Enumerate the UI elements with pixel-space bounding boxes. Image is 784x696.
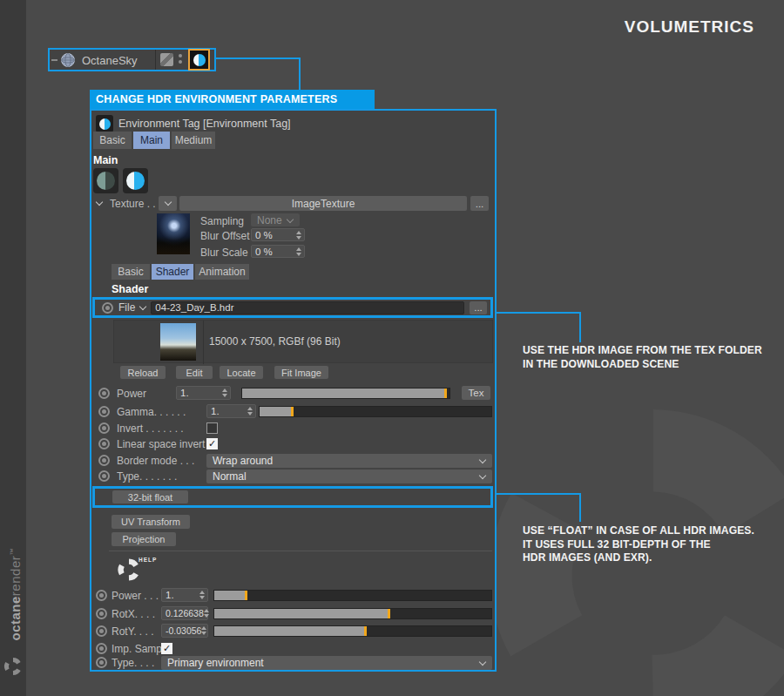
daylight-environment-icon [97,172,115,190]
env-type-radio[interactable] [96,657,107,668]
border-mode-value: Wrap around [213,455,273,467]
texture-more-button[interactable]: ... [470,196,489,211]
env-power-field[interactable]: 1. [161,588,208,602]
power-label: Power [117,388,146,400]
divider [109,551,492,551]
type-radio[interactable] [98,470,110,482]
blur-scale-field[interactable]: 0 % [251,245,305,258]
environment-tag-panel: Environment Tag [Environment Tag] Basic … [90,109,497,672]
annotation-float: USE “FLOAT” IN CASE OF ALL HDR IMAGES. I… [523,524,754,564]
panel-title: Environment Tag [Environment Tag] [118,118,291,130]
border-mode-dropdown[interactable]: Wrap around [206,454,492,468]
tree-connector [51,59,57,61]
image-info-text: 15000 x 7500, RGBf (96 Bit) [209,335,341,348]
sampling-dropdown[interactable]: None [251,213,300,226]
subtab-animation[interactable]: Animation [195,264,249,280]
power-tex-button[interactable]: Tex [462,386,490,400]
stepper-icon[interactable] [204,609,209,618]
subtab-basic[interactable]: Basic [112,264,150,280]
border-mode-radio[interactable] [98,455,110,466]
object-name[interactable]: OctaneSky [82,54,138,67]
env-type-dropdown[interactable]: Primary environment [161,656,492,670]
projection-button[interactable]: Projection [112,532,176,546]
locate-button[interactable]: Locate [220,366,263,379]
env-power-slider[interactable] [213,590,492,601]
bit-float-button[interactable]: 32-bit float [112,490,188,503]
chevron-down-icon[interactable] [139,302,146,309]
connector-line [497,312,581,314]
imp-samp-radio[interactable] [96,643,107,654]
screenshot-root: octanerender™ VOLUMETRICS OctaneSky CHAN… [0,0,784,696]
connector-line [579,493,581,522]
texture-value-button[interactable]: ImageTexture [179,196,467,211]
daylight-environment-button[interactable] [93,168,118,193]
roty-field[interactable]: -0.03056 [161,624,208,638]
hdr-image-thumbnail[interactable] [160,323,196,361]
type-label: Type. . . . . . . [117,470,177,483]
section-label-main: Main [93,154,118,166]
section-label-shader: Shader [112,283,148,295]
brand-light: render [8,556,23,596]
stepper-icon[interactable] [201,626,206,635]
enable-dots-icon[interactable] [179,53,183,66]
chevron-down-icon [164,199,171,206]
rotx-slider[interactable] [213,608,492,619]
chevron-down-icon[interactable] [96,199,103,206]
edit-button[interactable]: Edit [176,366,213,379]
connector-line [215,57,301,59]
uv-transform-button[interactable]: UV Transform [112,515,190,529]
environment-tag-icon [99,118,111,130]
roty-slider[interactable] [213,625,492,637]
divider [155,50,156,70]
rotx-radio[interactable] [96,608,107,619]
stepper-icon[interactable] [247,407,253,416]
roty-value: -0.03056 [166,625,201,636]
env-power-label: Power . . . [112,590,159,602]
tab-medium[interactable]: Medium [172,132,215,149]
power-value: 1. [180,388,189,398]
connector-line [579,312,581,342]
file-browse-button[interactable]: ... [470,301,487,314]
power-field[interactable]: 1. [176,386,231,400]
invert-radio[interactable] [98,422,110,434]
object-row-octanesky[interactable]: OctaneSky [48,48,216,71]
texture-environment-button[interactable] [123,168,148,193]
imp-samp-checkbox[interactable] [161,643,172,654]
texture-environment-icon [126,172,145,190]
gamma-radio[interactable] [98,406,110,417]
rotx-field[interactable]: 0.126638 [161,606,208,620]
fit-image-button[interactable]: Fit Image [274,366,328,379]
stepper-icon[interactable] [296,247,301,256]
env-power-radio[interactable] [96,590,107,601]
gamma-field[interactable]: 1. [206,404,256,418]
help-label: HELP [139,557,157,563]
blur-offset-field[interactable]: 0 % [251,228,305,241]
env-type-label: Type. . . . [112,657,154,669]
linear-space-invert-checkbox[interactable] [206,438,218,449]
texture-thumbnail[interactable] [157,213,190,254]
callout-header: CHANGE HDR ENVIRONMENT PARAMETERS [90,90,375,109]
file-radio[interactable] [102,302,113,314]
gamma-slider[interactable] [259,406,492,417]
stepper-icon[interactable] [296,231,301,240]
file-path-field[interactable]: 04-23_Day_B.hdr [151,301,464,314]
texture-dropdown-button[interactable] [159,196,177,211]
reload-button[interactable]: Reload [120,366,166,379]
stepper-icon[interactable] [199,591,205,599]
power-slider[interactable] [241,388,450,399]
blur-offset-value: 0 % [255,230,273,240]
type-dropdown[interactable]: Normal [206,470,492,483]
visibility-toggle-icon[interactable] [160,53,173,66]
subtab-shader[interactable]: Shader [152,264,193,280]
stepper-icon[interactable] [222,389,227,397]
power-radio[interactable] [98,388,110,399]
roty-radio[interactable] [96,625,107,637]
linear-space-invert-radio[interactable] [98,438,110,449]
sampling-value: None [257,214,282,226]
invert-checkbox[interactable] [206,422,218,434]
tab-main[interactable]: Main [133,132,170,149]
border-mode-label: Border mode . . . [117,455,194,467]
environment-tag-button[interactable] [188,49,210,71]
octane-logo-icon [3,656,24,677]
tab-basic[interactable]: Basic [93,132,132,149]
